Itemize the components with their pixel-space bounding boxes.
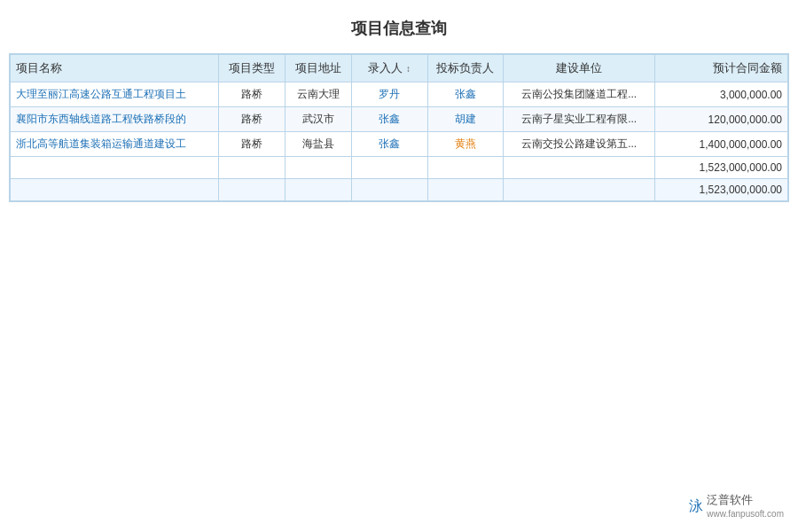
cell-name-2: 襄阳市东西轴线道路工程铁路桥段的: [11, 107, 219, 132]
cell-type-1: 路桥: [219, 82, 286, 107]
subtotal-type-cell: [219, 157, 286, 179]
col-header-amount: 预计合同金额: [655, 55, 788, 82]
cell-unit-2: 云南子星实业工程有限...: [504, 107, 655, 132]
total-addr-cell: [286, 179, 352, 201]
table-row: 襄阳市东西轴线道路工程铁路桥段的 路桥 武汉市 张鑫 胡建 云南子星实业工程有限…: [11, 107, 788, 132]
watermark-prefix: 泛普软件: [707, 493, 753, 506]
link-bidder-2[interactable]: 胡建: [455, 113, 476, 125]
link-recorder-2[interactable]: 张鑫: [379, 113, 400, 125]
total-type-cell: [219, 179, 286, 201]
subtotal-row: 1,523,000,000.00: [11, 157, 788, 179]
cell-amount-1: 3,000,000.00: [655, 82, 788, 107]
total-label-cell: [11, 179, 219, 201]
sort-icon-recorder: ↕: [406, 64, 411, 74]
link-bidder-3[interactable]: 黄燕: [455, 137, 476, 150]
cell-type-3: 路桥: [219, 132, 286, 157]
link-bidder-1[interactable]: 张鑫: [455, 88, 476, 100]
cell-addr-3: 海盐县: [286, 132, 352, 157]
total-row: 1,523,000,000.00: [11, 179, 788, 201]
watermark-url: www.fanpusoft.com: [707, 508, 784, 520]
cell-name-1: 大理至丽江高速公路互通工程项目土: [11, 82, 219, 107]
cell-amount-2: 120,000,000.00: [655, 107, 788, 132]
link-name-1[interactable]: 大理至丽江高速公路互通工程项目土: [16, 88, 186, 100]
subtotal-bidder-cell: [427, 157, 504, 179]
col-header-bidder: 投标负责人: [427, 55, 504, 82]
link-recorder-1[interactable]: 罗丹: [379, 88, 400, 100]
subtotal-unit-cell: [504, 157, 655, 179]
watermark: 泳 泛普软件 www.fanpusoft.com: [689, 493, 784, 520]
cell-recorder-3: 张鑫: [352, 132, 428, 157]
subtotal-label-cell: [11, 157, 219, 179]
cell-addr-1: 云南大理: [286, 82, 352, 107]
col-header-recorder[interactable]: 录入人 ↕: [352, 55, 428, 82]
cell-unit-3: 云南交投公路建设第五...: [504, 132, 655, 157]
cell-addr-2: 武汉市: [286, 107, 352, 132]
col-header-unit: 建设单位: [504, 55, 655, 82]
total-bidder-cell: [427, 179, 504, 201]
watermark-icon: 泳: [689, 497, 703, 516]
subtotal-amount-cell: 1,523,000,000.00: [655, 157, 788, 179]
subtotal-addr-cell: [286, 157, 352, 179]
cell-name-3: 浙北高等航道集装箱运输通道建设工: [11, 132, 219, 157]
table-row: 浙北高等航道集装箱运输通道建设工 路桥 海盐县 张鑫 黄燕 云南交投公路建设第五…: [11, 132, 788, 157]
page-title: 项目信息查询: [9, 18, 789, 39]
link-name-2[interactable]: 襄阳市东西轴线道路工程铁路桥段的: [16, 113, 186, 125]
total-unit-cell: [504, 179, 655, 201]
cell-bidder-2: 胡建: [427, 107, 504, 132]
page-container: 项目信息查询 项目名称 项目类型 项目地址 录入人 ↕: [0, 0, 798, 532]
cell-recorder-2: 张鑫: [352, 107, 428, 132]
data-table-wrapper: 项目名称 项目类型 项目地址 录入人 ↕ 投标负责人: [9, 53, 789, 202]
link-name-3[interactable]: 浙北高等航道集装箱运输通道建设工: [16, 137, 186, 150]
col-header-address: 项目地址: [286, 55, 352, 82]
data-table: 项目名称 项目类型 项目地址 录入人 ↕ 投标负责人: [10, 54, 788, 201]
total-amount-cell: 1,523,000,000.00: [655, 179, 788, 201]
link-recorder-3[interactable]: 张鑫: [379, 137, 400, 150]
cell-bidder-1: 张鑫: [427, 82, 504, 107]
total-recorder-cell: [352, 179, 428, 201]
watermark-name: 泛普软件: [707, 493, 784, 508]
cell-recorder-1: 罗丹: [352, 82, 428, 107]
cell-type-2: 路桥: [219, 107, 286, 132]
col-header-type: 项目类型: [219, 55, 286, 82]
table-row: 大理至丽江高速公路互通工程项目土 路桥 云南大理 罗丹 张鑫 云南公投集团隧道工…: [11, 82, 788, 107]
cell-unit-1: 云南公投集团隧道工程...: [504, 82, 655, 107]
watermark-text-block: 泛普软件 www.fanpusoft.com: [707, 493, 784, 520]
cell-bidder-3: 黄燕: [427, 132, 504, 157]
col-header-name: 项目名称: [11, 55, 219, 82]
table-header-row: 项目名称 项目类型 项目地址 录入人 ↕ 投标负责人: [11, 55, 788, 82]
subtotal-recorder-cell: [352, 157, 428, 179]
cell-amount-3: 1,400,000,000.00: [655, 132, 788, 157]
